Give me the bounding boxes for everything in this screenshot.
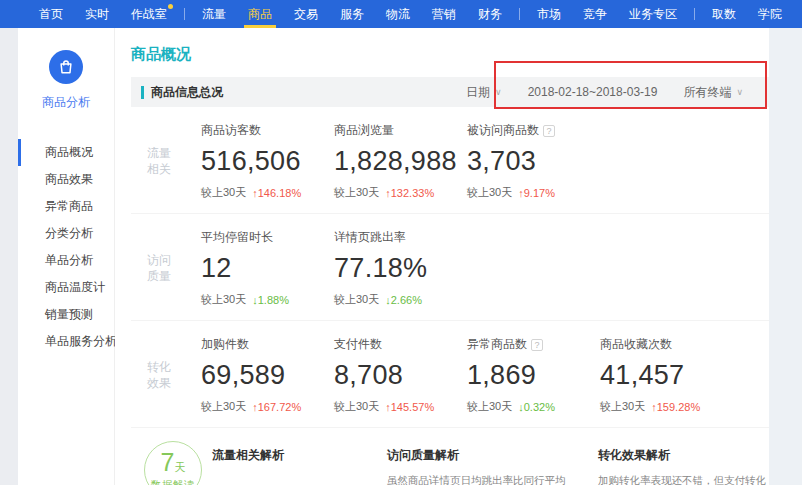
nav-item-label: 学院 [758,6,782,23]
insight-column-访问质量解析: 访问质量解析虽然商品详情页日均跳出率比同行平均好，但平均停留时间低于同行平均，请… [387,441,583,485]
metric-加购件数: 加购件数69,589较上30天↑167.72% [201,336,334,414]
metric-title: 加购件数 [201,336,334,353]
metric-商品收藏次数: 商品收藏次数41,457较上30天↑159.28% [600,336,733,414]
top-navigation: 首页实时作战室流量商品交易服务物流营销财务市场竞争业务专区取数学院 [0,0,802,28]
insight-text: 加购转化率表现还不错，但支付转化率低于同行平均，赶快到 [598,474,766,485]
nav-item-label: 作战室 [131,6,167,23]
metric-被访问商品数: 被访问商品数?3,703较上30天↑9.17% [467,122,600,200]
nav-item-竞争[interactable]: 竞争 [583,0,607,28]
sidebar-item-销量预测[interactable]: 销量预测 [18,301,114,328]
nav-item-label: 财务 [478,6,502,23]
nav-item-服务[interactable]: 服务 [340,0,364,28]
metric-group-流量相关: 流量相关商品访客数516,506较上30天↑146.18%商品浏览量1,828,… [131,107,769,214]
metric-compare: 较上30天↑9.17% [467,185,600,200]
sidebar-item-异常商品[interactable]: 异常商品 [18,193,114,220]
sidebar-item-商品效果[interactable]: 商品效果 [18,166,114,193]
nav-item-财务[interactable]: 财务 [478,0,502,28]
terminal-filter-dropdown[interactable]: 所有终端 ∨ [683,84,743,101]
left-gutter [0,28,18,485]
metric-title-text: 商品浏览量 [334,122,394,139]
date-filter-label: 日期 [466,84,490,101]
metric-异常商品数: 异常商品数?1,869较上30天↓0.32% [467,336,600,414]
terminal-filter-label: 所有终端 [683,84,731,101]
insight-column-转化效果解析: 转化效果解析加购转化率表现还不错，但支付转化率低于同行平均，赶快到异常商品并结合… [598,441,768,485]
compare-period-label: 较上30天 [334,399,379,414]
sidebar-item-单品分析[interactable]: 单品分析 [18,247,114,274]
metric-compare: 较上30天↑145.57% [334,399,467,414]
content-row: 商品分析 商品概况商品效果异常商品分类分析单品分析商品温度计销量预测单品服务分析… [0,28,802,485]
compare-period-label: 较上30天 [201,399,246,414]
change-up-value: ↑145.57% [385,401,434,413]
chevron-down-icon: ∨ [736,87,743,97]
nav-item-作战室[interactable]: 作战室 [131,0,167,28]
compare-period-label: 较上30天 [467,399,512,414]
sidebar-item-单品服务分析[interactable]: 单品服务分析 [18,328,114,355]
metric-group-label: 转化效果 [131,359,201,391]
change-up-value: ↑167.72% [252,401,301,413]
insight-column-流量相关解析: 流量相关解析 [212,441,372,485]
right-gutter [769,28,802,485]
nav-item-交易[interactable]: 交易 [294,0,318,28]
date-filter-dropdown[interactable]: 日期 ∨ [466,84,502,101]
change-down-value: ↓2.66% [385,294,422,306]
nav-item-label: 首页 [39,6,63,23]
metric-group-label-line: 访问 [131,252,187,268]
date-range-value[interactable]: 2018-02-18~2018-03-19 [528,85,658,99]
nav-item-label: 服务 [340,6,364,23]
metric-value: 12 [201,253,334,284]
nav-divider [694,8,695,20]
nav-item-首页[interactable]: 首页 [39,0,63,28]
main-content: 商品概况 商品信息总况 日期 ∨ 2018-02-18~2018-03-19 所… [115,28,769,485]
metric-compare: 较上30天↑159.28% [600,399,733,414]
nav-item-label: 营销 [432,6,456,23]
nav-item-业务专区[interactable]: 业务专区 [629,0,677,28]
compare-period-label: 较上30天 [334,292,379,307]
metric-title-text: 详情页跳出率 [334,229,406,246]
metric-title: 支付件数 [334,336,467,353]
badge-label: 数据解读 [145,478,201,485]
shopping-bag-icon [49,50,83,84]
nav-item-营销[interactable]: 营销 [432,0,456,28]
metric-value: 1,869 [467,360,600,391]
nav-item-label: 取数 [712,6,736,23]
nav-item-label: 竞争 [583,6,607,23]
sidebar-item-商品概况[interactable]: 商品概况 [18,139,114,166]
nav-item-商品[interactable]: 商品 [248,0,272,28]
section-title: 商品信息总况 [151,84,223,101]
metric-compare: 较上30天↑132.33% [334,185,467,200]
metric-title-text: 商品收藏次数 [600,336,672,353]
nav-item-label: 物流 [386,6,410,23]
metric-商品浏览量: 商品浏览量1,828,988较上30天↑132.33% [334,122,467,200]
nav-item-市场[interactable]: 市场 [537,0,561,28]
nav-item-流量[interactable]: 流量 [202,0,226,28]
data-insight-badge: 7天 数据解读 [144,441,202,485]
metric-group-label-line: 转化 [131,359,187,375]
section-bar: 商品信息总况 日期 ∨ 2018-02-18~2018-03-19 所有终端 ∨ [131,77,769,107]
metric-平均停留时长: 平均停留时长12较上30天↓1.88% [201,229,334,307]
nav-divider [519,8,520,20]
nav-item-取数[interactable]: 取数 [712,0,736,28]
insight-body: 加购转化率表现还不错，但支付转化率低于同行平均，赶快到异常商品并结合使用商品温度… [598,473,768,485]
insight-columns: 流量相关解析访问质量解析虽然商品详情页日均跳出率比同行平均好，但平均停留时间低于… [212,441,768,485]
nav-item-学院[interactable]: 学院 [758,0,782,28]
metric-value: 1,828,988 [334,146,467,177]
help-icon[interactable]: ? [531,339,543,351]
filters: 日期 ∨ 2018-02-18~2018-03-19 所有终端 ∨ [466,84,743,101]
nav-item-物流[interactable]: 物流 [386,0,410,28]
compare-period-label: 较上30天 [201,292,246,307]
change-up-value: ↑159.28% [651,401,700,413]
help-icon[interactable]: ? [543,125,555,137]
sidebar-item-分类分析[interactable]: 分类分析 [18,220,114,247]
metric-group-label: 流量相关 [131,145,201,177]
metric-value: 77.18% [334,253,467,284]
notification-dot-icon [168,4,173,9]
sidebar-item-商品温度计[interactable]: 商品温度计 [18,274,114,301]
nav-item-实时[interactable]: 实时 [85,0,109,28]
nav-item-label: 商品 [248,6,272,23]
metric-title: 商品访客数 [201,122,334,139]
insights-section: 7天 数据解读 流量相关解析访问质量解析虽然商品详情页日均跳出率比同行平均好，但… [131,428,769,485]
insight-body: 虽然商品详情页日均跳出率比同行平均好，但平均停留时间低于同行平均，请关注页面搭建… [387,473,583,485]
metric-title-text: 被访问商品数 [467,122,539,139]
metric-value: 41,457 [600,360,733,391]
metric-title-text: 异常商品数 [467,336,527,353]
